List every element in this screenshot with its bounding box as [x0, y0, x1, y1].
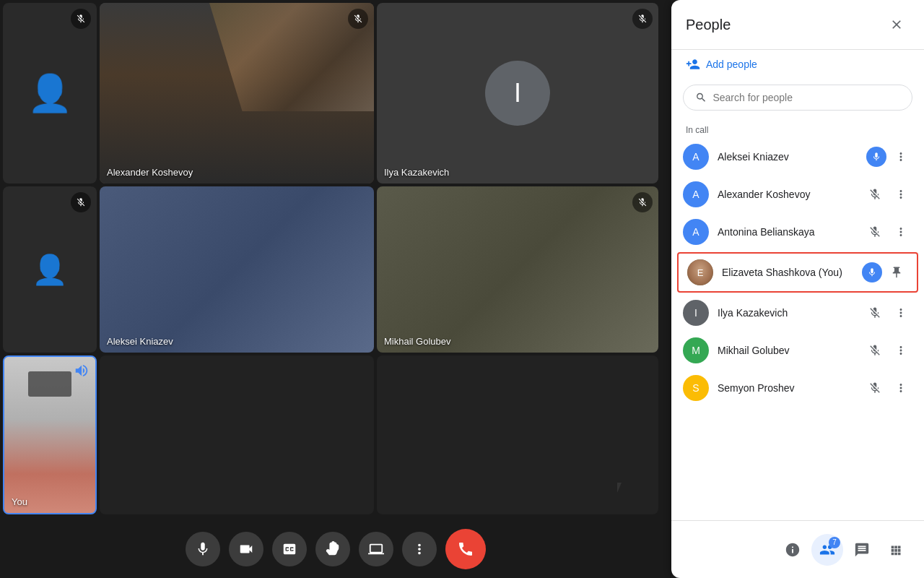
person-row-ilya: I Ilya Kazakevich	[671, 294, 924, 332]
video-tile-side1: 👤	[3, 3, 97, 184]
actions-semyon	[863, 376, 912, 400]
speaking-icon-elizaveta	[862, 262, 882, 282]
mute-indicator-mikhail	[632, 192, 653, 212]
actions-elizaveta	[862, 261, 908, 284]
more-semyon-button[interactable]	[889, 376, 912, 400]
name-elizaveta: Elizaveta Shashkova (You)	[722, 267, 853, 278]
actions-mikhail	[863, 339, 912, 362]
in-call-label: In call	[671, 116, 924, 138]
mute-indicator-ilya	[632, 9, 653, 29]
tile-label-you: You	[12, 496, 27, 507]
search-bar	[683, 85, 912, 111]
people-tab-button[interactable]: 7	[811, 534, 843, 566]
mute-icon-antonina	[863, 220, 886, 243]
activities-button[interactable]	[881, 534, 912, 566]
speaking-bars-you	[74, 363, 90, 382]
person-row-alexander: A Alexander Koshevoy	[671, 176, 924, 213]
video-tile-side2: 👤	[3, 186, 97, 353]
person-row-semyon: S Semyon Proshev	[671, 369, 924, 407]
add-people-label: Add people	[706, 59, 757, 70]
video-tile-empty1	[100, 355, 374, 514]
video-tile-aleksei: Aleksei Kniazev	[100, 186, 374, 353]
mute-icon-mikhail	[863, 339, 886, 362]
more-mikhail-button[interactable]	[889, 339, 912, 362]
mute-indicator-side1	[71, 9, 91, 29]
chat-button[interactable]	[846, 534, 878, 566]
person-silhouette: 👤	[27, 72, 72, 114]
people-list: A Aleksei Kniazev A Alexander Koshevoy	[671, 138, 924, 520]
speaking-icon-aleksei	[866, 147, 886, 167]
video-tile-you: You	[3, 355, 97, 514]
mute-icon-ilya	[863, 301, 886, 324]
tile-label-ilya: Ilya Kazakevich	[384, 167, 449, 178]
avatar-antonina: A	[683, 219, 709, 245]
add-people-button[interactable]: Add people	[671, 50, 924, 79]
tile-label-mikhail: Mikhail Golubev	[384, 336, 451, 347]
person-row-aleksei: A Aleksei Kniazev	[671, 138, 924, 176]
name-antonina: Antonina Belianskaya	[718, 226, 855, 238]
video-tile-alexander: Alexander Koshevoy	[100, 3, 374, 184]
end-call-button[interactable]	[445, 529, 486, 569]
more-ilya-button[interactable]	[889, 301, 912, 324]
name-ilya: Ilya Kazakevich	[718, 307, 855, 319]
tile-label-aleksei: Aleksei Kniazev	[107, 336, 173, 347]
name-aleksei: Aleksei Kniazev	[718, 151, 858, 163]
mic-button[interactable]	[186, 532, 220, 566]
person-row-elizaveta: E Elizaveta Shashkova (You)	[677, 252, 918, 293]
name-semyon: Semyon Proshev	[718, 382, 855, 394]
video-grid: 👤 Alexander Koshevoy I Ilya Kazakevich 👤…	[0, 0, 671, 520]
more-aleksei-button[interactable]	[889, 145, 912, 168]
mute-indicator-alexander	[348, 9, 368, 29]
panel-title: People	[686, 17, 731, 33]
search-icon	[695, 91, 707, 104]
person-row-mikhail: M Mikhail Golubev	[671, 332, 924, 369]
actions-aleksei	[866, 145, 912, 168]
video-tile-empty2	[377, 355, 658, 514]
avatar-elizaveta: E	[687, 259, 713, 285]
raise-hand-button[interactable]	[315, 532, 350, 566]
video-tile-mikhail: Mikhail Golubev	[377, 186, 658, 353]
actions-antonina	[863, 220, 912, 243]
more-antonina-button[interactable]	[889, 220, 912, 243]
avatar-alexander: A	[683, 181, 709, 207]
people-badge: 7	[829, 537, 840, 548]
search-input[interactable]	[712, 92, 900, 103]
name-mikhail: Mikhail Golubev	[718, 345, 855, 356]
actions-ilya	[863, 301, 912, 324]
avatar-ilya: I	[683, 300, 709, 326]
avatar-aleksei: A	[683, 144, 709, 170]
people-panel: People Add people In call A Aleksei Knia…	[671, 0, 924, 578]
actions-alexander	[863, 183, 912, 206]
mute-icon-semyon	[863, 376, 886, 400]
mute-indicator-side2	[71, 192, 91, 212]
person-silhouette2: 👤	[32, 253, 68, 287]
pin-elizaveta-button[interactable]	[885, 261, 908, 284]
info-button[interactable]	[777, 534, 808, 566]
bottom-toolbar	[0, 520, 671, 578]
avatar-semyon: S	[683, 375, 709, 401]
person-row-antonina: A Antonina Belianskaya	[671, 213, 924, 251]
mute-icon-alexander	[863, 183, 886, 206]
more-options-button[interactable]	[402, 532, 437, 566]
video-tile-ilya: I Ilya Kazakevich	[377, 3, 658, 184]
avatar-mikhail: M	[683, 337, 709, 363]
close-panel-button[interactable]	[884, 12, 910, 38]
panel-bottom-bar: 7	[671, 520, 924, 578]
panel-header: People	[671, 0, 924, 50]
present-button[interactable]	[359, 532, 393, 566]
captions-button[interactable]	[272, 532, 307, 566]
camera-button[interactable]	[229, 532, 263, 566]
tile-label-alexander: Alexander Koshevoy	[107, 167, 193, 178]
more-alexander-button[interactable]	[889, 183, 912, 206]
name-alexander: Alexander Koshevoy	[718, 189, 855, 200]
ilya-avatar: I	[485, 61, 550, 126]
